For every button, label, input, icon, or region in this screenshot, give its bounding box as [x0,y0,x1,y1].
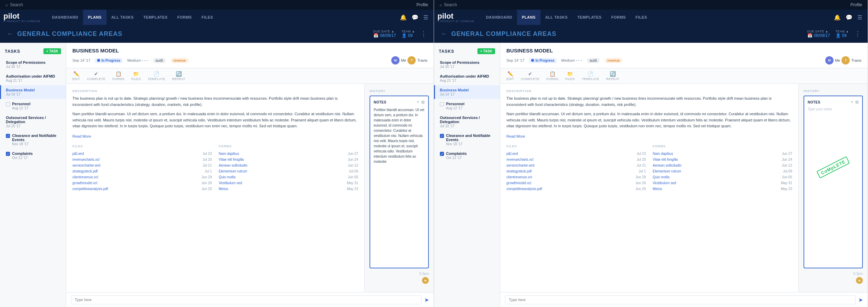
back-button[interactable]: ← [441,30,447,38]
chat-input[interactable] [505,295,856,304]
chat-icon[interactable]: 💬 [412,14,418,21]
task-checkbox-6[interactable]: ✓ [6,152,10,156]
add-task-button[interactable]: + TASK [477,48,495,54]
plus-icon[interactable]: + [851,100,853,105]
form-name-3[interactable]: Elementum rutrum [653,169,681,173]
task-item-4[interactable]: Outsourced Services / Delegation Jul 15 … [0,113,66,131]
copy-icon[interactable]: ⊞ [855,100,859,105]
toolbar-edit[interactable]: ✏️ EDIT [506,71,514,81]
form-name-4[interactable]: Quis mollis [653,175,670,179]
task-checkbox-3[interactable] [440,102,444,106]
plus-icon[interactable]: + [417,100,419,105]
file-name-1[interactable]: revenuecharts.xcl [72,158,99,161]
form-name-6[interactable]: Metus [653,187,662,191]
task-item-1[interactable]: Authorisation under AIFMD Aug 21 '17 [0,71,66,85]
kebab-menu[interactable]: ⋮ [421,30,427,38]
form-name-1[interactable]: Vitae elit fringilla [219,158,244,161]
file-name-4[interactable]: clientrevenue.xcl [72,175,98,179]
form-name-6[interactable]: Metus [219,187,228,191]
add-task-button[interactable]: + TASK [43,48,61,54]
file-name-4[interactable]: clientrevenue.xcl [506,175,532,179]
toolbar-repeat[interactable]: 🔄 REPEAT [172,71,185,81]
form-name-5[interactable]: Vestibulum sed [653,181,676,185]
chat-icon[interactable]: 💬 [846,14,852,21]
nav-item-files[interactable]: FILES [630,10,652,25]
file-name-1[interactable]: revenuecharts.xcl [506,158,533,161]
task-item-2[interactable]: Business Model Jul 14 '17 [0,85,66,99]
back-button[interactable]: ← [7,30,13,38]
task-item-3[interactable]: Personnel Aug 12 '17 [434,99,500,113]
nav-item-all-tasks[interactable]: ALL TASKS [107,10,139,25]
task-item-0[interactable]: Scope of Permissions Jul 30 '17 [0,58,66,71]
nav-item-all-tasks[interactable]: ALL TASKS [541,10,573,25]
profile-label[interactable]: Profile [416,2,428,7]
file-name-3[interactable]: strategydeck.pdf [72,169,98,173]
chat-input[interactable] [71,295,422,304]
form-name-0[interactable]: Nam dapibus [653,152,673,156]
toolbar-edit[interactable]: ✏️ EDIT [72,71,80,81]
file-name-5[interactable]: growthmodel.xcl [72,181,97,185]
toolbar-template[interactable]: 📄 TEMPLATE [148,71,165,81]
file-name-2[interactable]: servicecharter.wrd [72,164,100,167]
logo[interactable]: pilot A PRODUCT BY CORBIUM [437,12,474,22]
file-name-6[interactable]: competitiveanalysis.pdf [506,187,542,191]
send-button[interactable]: ➤ [424,297,429,303]
profile-label[interactable]: Profile [850,2,862,7]
form-name-1[interactable]: Vitae elit fringilla [653,158,678,161]
nav-item-forms[interactable]: FORMS [606,10,630,25]
bell-icon[interactable]: 🔔 [834,14,841,21]
task-checkbox-5[interactable]: ✓ [440,134,444,138]
search-area[interactable]: ⌕ Search [6,2,23,7]
task-item-0[interactable]: Scope of Permissions Jul 30 '17 [434,58,500,71]
send-button[interactable]: ➤ [858,297,863,303]
read-more-link[interactable]: Read More [72,134,91,138]
nav-item-templates[interactable]: TEMPLATES [139,10,172,25]
file-name-6[interactable]: competitiveanalysis.pdf [72,187,108,191]
menu-icon[interactable]: ☰ [857,14,862,21]
task-item-6[interactable]: ✓ Complaints Oct 12 '17 [0,149,66,162]
file-name-2[interactable]: servicecharter.wrd [506,164,534,167]
form-name-5[interactable]: Vestibulum sed [219,181,242,185]
file-name-3[interactable]: strategydeck.pdf [506,169,532,173]
form-name-3[interactable]: Elementum rutrum [219,169,247,173]
nav-item-dashboard[interactable]: DASHBOARD [481,10,517,25]
nav-item-templates[interactable]: TEMPLATES [573,10,606,25]
nav-item-forms[interactable]: FORMS [172,10,196,25]
file-name-5[interactable]: growthmodel.xcl [506,181,531,185]
kebab-menu[interactable]: ⋮ [855,30,861,38]
form-name-4[interactable]: Quis mollis [219,175,236,179]
toolbar-files[interactable]: 📁 FILES [565,71,575,81]
task-item-6[interactable]: ✓ Complaints Oct 12 '17 [434,149,500,162]
form-name-2[interactable]: Aenean sollicitudin [219,164,248,167]
nav-item-dashboard[interactable]: DASHBOARD [47,10,83,25]
toolbar-template[interactable]: 📄 TEMPLATE [582,71,599,81]
task-item-3[interactable]: Personnel Aug 12 '17 [0,99,66,113]
task-checkbox-6[interactable]: ✓ [440,152,444,156]
nav-item-plans[interactable]: PLANS [517,10,541,25]
task-item-5[interactable]: ✓ Clearance and Notifiable Events Nov 18… [0,131,66,149]
nav-item-files[interactable]: FILES [196,10,218,25]
toolbar-forms[interactable]: 📋 FORMS [112,71,124,81]
form-name-2[interactable]: Aenean sollicitudin [653,164,682,167]
task-checkbox-5[interactable]: ✓ [6,134,10,138]
file-name-0[interactable]: p&l.wrd [506,152,518,156]
toolbar-repeat[interactable]: 🔄 REPEAT [606,71,619,81]
file-name-0[interactable]: p&l.wrd [72,152,84,156]
toolbar-forms[interactable]: 📋 FORMS [546,71,558,81]
copy-icon[interactable]: ⊞ [421,100,425,105]
task-item-5[interactable]: ✓ Clearance and Notifiable Events Nov 18… [434,131,500,149]
menu-icon[interactable]: ☰ [423,14,428,21]
read-more-link[interactable]: Read More [506,134,525,138]
nav-item-plans[interactable]: PLANS [83,10,107,25]
search-area[interactable]: ⌕ Search [440,2,457,7]
task-item-1[interactable]: Authorisation under AIFMD Aug 21 '17 [434,71,500,85]
bell-icon[interactable]: 🔔 [400,14,407,21]
task-item-4[interactable]: Outsourced Services / Delegation Jul 15 … [434,113,500,131]
logo[interactable]: pilot A PRODUCT BY CORBIUM [3,12,40,22]
toolbar-complete[interactable]: ✔ COMPLETE [87,71,106,81]
toolbar-files[interactable]: 📁 FILES [131,71,141,81]
task-item-2[interactable]: Business Model Jul 14 '17 [434,85,500,99]
form-name-0[interactable]: Nam dapibus [219,152,239,156]
task-checkbox-3[interactable] [6,102,10,106]
toolbar-complete[interactable]: ✔ COMPLETE [521,71,540,81]
